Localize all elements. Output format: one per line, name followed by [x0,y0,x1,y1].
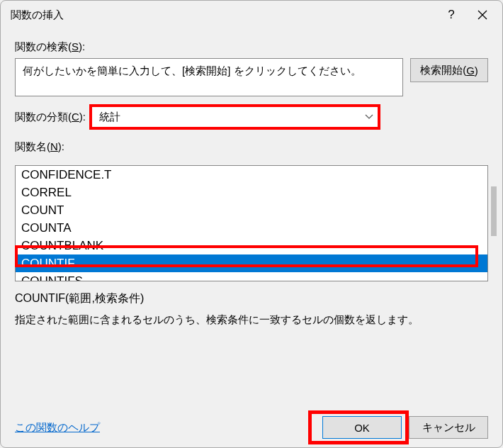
category-select[interactable]: 統計 [91,106,378,128]
function-name-label: 関数名(N): [15,140,488,154]
chevron-down-icon[interactable] [360,106,378,128]
list-item[interactable]: COUNTIFS [16,272,487,281]
list-item[interactable]: COUNTBLANK [16,237,487,254]
list-item[interactable]: CONFIDENCE.T [16,166,487,184]
search-label: 関数の検索(S): [15,40,488,54]
list-item[interactable]: COUNT [16,201,487,219]
list-item[interactable]: COUNTA [16,219,487,237]
search-go-button[interactable]: 検索開始(G) [410,58,488,82]
category-value: 統計 [99,111,120,124]
list-item[interactable]: COUNTIF [16,254,487,272]
dialog-title: 関数の挿入 [11,9,436,22]
cancel-button[interactable]: キャンセル [409,416,488,439]
category-label: 関数の分類(C): [15,111,86,124]
close-icon[interactable] [467,4,498,26]
function-description: 指定された範囲に含まれるセルのうち、検索条件に一致するセルの個数を返します。 [15,313,488,327]
list-item[interactable]: CORREL [16,184,487,201]
help-link[interactable]: この関数のヘルプ [15,421,100,435]
help-icon[interactable]: ? [436,4,467,26]
function-syntax: COUNTIF(範囲,検索条件) [15,291,488,306]
ok-button[interactable]: OK [322,416,402,439]
insert-function-dialog: 関数の挿入 ? 関数の検索(S): 何がしたいかを簡単に入力して、[検索開始] … [0,0,503,448]
search-input[interactable]: 何がしたいかを簡単に入力して、[検索開始] をクリックしてください。 [15,58,403,96]
scrollbar[interactable] [491,186,497,236]
function-listbox[interactable]: CONFIDENCE.T CORREL COUNT COUNTA COUNTBL… [15,165,488,281]
titlebar: 関数の挿入 ? [1,1,502,29]
